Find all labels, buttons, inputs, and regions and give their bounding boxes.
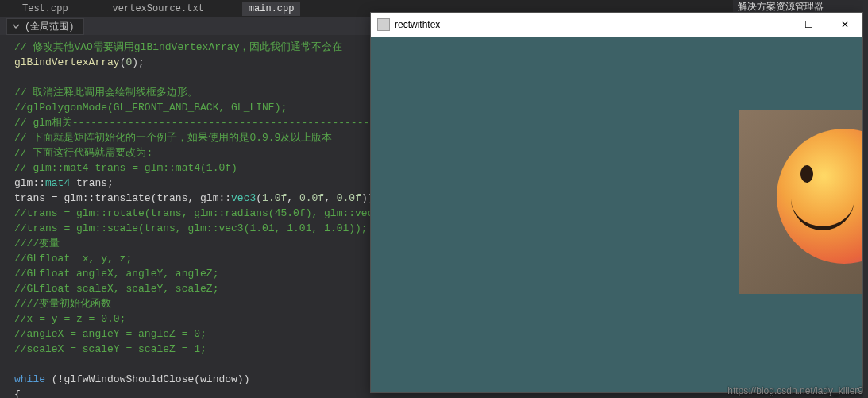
solution-explorer-title: 解决方案资源管理器 bbox=[733, 0, 868, 13]
code-line: //scaleX = scaleY = scaleZ = 1; bbox=[14, 343, 206, 355]
watermark: https://blog.csdn.net/lady_killer9 bbox=[727, 385, 863, 396]
gl-canvas bbox=[371, 37, 862, 392]
code-line: //GLfloat x, y, z; bbox=[14, 253, 132, 265]
right-panel-edge bbox=[863, 0, 868, 398]
code-line: ////变量 bbox=[14, 238, 60, 249]
smiley-eye bbox=[800, 165, 813, 183]
tab-testcpp[interactable]: Test.cpp bbox=[16, 2, 75, 16]
smiley-mouth bbox=[791, 199, 854, 230]
code-line: //GLfloat angleX, angleY, angleZ; bbox=[14, 268, 218, 280]
code-line: //x = y = z = 0.0; bbox=[14, 313, 125, 325]
smiley-texture bbox=[777, 129, 862, 264]
window-title: rectwithtex bbox=[395, 19, 440, 30]
code-line: // 取消注释此调用会绘制线框多边形。 bbox=[14, 87, 198, 99]
code-line: ////变量初始化函数 bbox=[14, 298, 111, 310]
scope-label: (全局范围) bbox=[25, 20, 74, 33]
tab-vertexsource[interactable]: vertexSource.txt bbox=[106, 2, 210, 16]
code-line: //trans = glm::scale(trans, glm::vec3(1.… bbox=[14, 222, 368, 234]
rendered-rect bbox=[739, 110, 862, 294]
code-line: // 下面就是矩阵初始化的一个例子，如果使用的是0.9.9及以上版本 bbox=[14, 132, 332, 144]
tab-maincpp[interactable]: main.cpp bbox=[242, 2, 301, 16]
app-icon bbox=[377, 18, 390, 31]
close-button[interactable]: ✕ bbox=[827, 14, 862, 36]
code-line: // 修改其他VAO需要调用glBindVertexArray，因此我们通常不会… bbox=[14, 41, 342, 53]
code-line: // 下面这行代码就需要改为: bbox=[14, 147, 152, 159]
maximize-button[interactable]: ☐ bbox=[791, 14, 827, 36]
minimize-button[interactable]: — bbox=[755, 14, 791, 36]
titlebar[interactable]: rectwithtex — ☐ ✕ bbox=[371, 13, 862, 37]
chevron-down-icon bbox=[12, 22, 20, 30]
code-line: //glPolygonMode(GL_FRONT_AND_BACK, GL_LI… bbox=[14, 102, 287, 114]
scope-dropdown[interactable]: (全局范围) bbox=[6, 18, 84, 35]
code-line: // glm相关--------------------------------… bbox=[14, 117, 376, 129]
code-line: glBindVertexArray bbox=[14, 56, 120, 68]
code-line: // glm::mat4 trans = glm::mat4(1.0f) bbox=[14, 162, 237, 174]
opengl-window: rectwithtex — ☐ ✕ bbox=[370, 12, 863, 393]
code-line: //GLfloat scaleX, scaleY, scaleZ; bbox=[14, 283, 218, 295]
code-line: //angleX = angleY = angleZ = 0; bbox=[14, 328, 206, 340]
code-line: //trans = glm::rotate(trans, glm::radian… bbox=[14, 207, 380, 219]
